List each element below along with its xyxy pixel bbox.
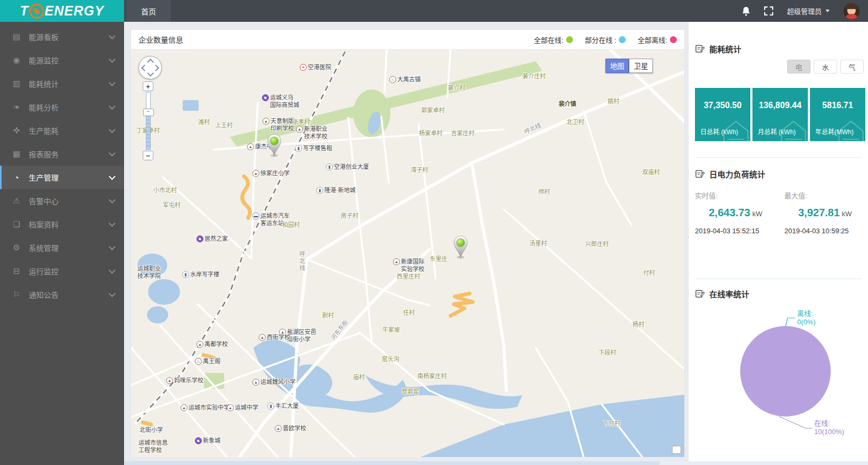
map-label: ⌂禹王阁 [195,358,220,365]
map-label: 北街小学 [140,427,163,434]
app-window: T ENERGY 首页 超级管理员 ▤能源看板◉能源监控▥能耗统计❧能耗分析✜生… [0,0,868,465]
logo-text-suffix: ENERGY [45,3,104,19]
horizontal-scrollbar[interactable] [124,461,868,465]
energy-tab-0[interactable]: 电 [787,60,810,74]
chevron-down-icon [109,290,116,297]
divider [695,279,862,279]
sidebar-item-8[interactable]: ❏档案资料 [0,213,124,236]
map-label: ▮写字楼售租 [295,145,332,152]
sidebar-item-0[interactable]: ▤能源看板 [0,25,124,48]
sidebar-item-9[interactable]: ⚙系统管理 [0,236,124,259]
map-label-text: 运城义乌 国际商贸城 [270,94,299,109]
map-label-text: 师村 [538,189,550,196]
map-label: ⌂大禹古镇 [389,76,421,84]
map-type-map-button[interactable]: 地图 [605,59,629,73]
map-label-text: 兴郎庄村 [585,241,609,248]
map-label-text: 盐湖区安邑 南街小学 [287,329,316,344]
pan-up-icon[interactable] [147,59,154,66]
building-watermark-icon [779,118,808,141]
zoom-track[interactable]: − [146,92,151,150]
sidebar-item-1[interactable]: ◉能源监控 [0,48,124,72]
map-label: 兴郎庄村 [585,241,609,248]
pie-slice-online [740,326,831,417]
sidebar-item-3[interactable]: ❧能耗分析 [0,95,124,119]
user-menu[interactable]: 超级管理员 [787,6,830,16]
zoom-out-button[interactable]: − [143,151,153,160]
zoom-handle[interactable]: − [143,109,154,116]
energy-tab-2[interactable]: 气 [840,60,864,74]
daily-load-title: 日电力负荷统计 [695,168,864,180]
map-label-text: 庙村 [353,374,365,381]
map-label-text: 禹都学校 [204,341,228,348]
scrollbar-thumb[interactable] [124,461,660,465]
map-canvas[interactable]: +空港医院⌂大禹古镇裴介庄村裴介村姚村裴介镇北卫村郭家卓村▪运城义乌 国际商贸城… [131,50,684,457]
tab-home[interactable]: 首页 [126,0,171,22]
sidebar-item-11[interactable]: ⚐通知公告 [0,283,124,306]
megaphone-icon: ⚐ [11,290,22,299]
map-label: ▴运城魏风小学 [252,379,296,386]
online-rate-section: 在线率统计 离线: 0(0%) 在线: 10(100%) [695,288,864,442]
chevron-down-icon [109,103,116,110]
school-icon: ▴ [181,404,187,411]
map-label: 房子村 [341,213,358,220]
notification-bell-icon[interactable] [742,6,750,16]
map-card-title: 企业数量信息 [138,34,183,45]
map-label-text: 尉村 [322,312,334,320]
map-label: 姚村 [608,98,619,105]
sidebar-item-7[interactable]: ⚠告警中心 [0,189,124,213]
map-label-text: 裴介镇 [559,101,576,108]
sidebar-item-10[interactable]: ⊟运行监控 [0,259,124,283]
map-label-text: 柏园村 [282,222,300,229]
map-label-text: 徐家庄小学 [260,170,290,177]
pan-right-icon[interactable] [152,64,159,71]
map-label: 庙村 [353,374,365,381]
server-icon: ⊟ [11,266,22,276]
map-label: 湾子村 [411,167,428,174]
map-label-text: 晋欧学校 [283,425,306,433]
pan-down-icon[interactable] [147,70,154,77]
map-scale-widget[interactable] [672,446,681,454]
map-label-text: 隆港·新地城 [324,187,356,194]
online-callout-label: 在线: [814,419,830,427]
map-label-text: 运城中学 [235,404,258,412]
map-zoom-slider: + − − [142,81,154,160]
map-label: ▪新象城 [195,437,220,445]
energy-tab-1[interactable]: 水 [814,60,837,74]
map-type-satellite-button[interactable]: 卫星 [629,59,653,73]
pan-left-icon[interactable] [141,64,148,71]
energy-card-value: 136,809.44 [752,101,808,110]
realtime-value-row: 2,643.73kW [695,207,784,219]
map-label-text: 裴介村 [448,85,465,92]
school-icon: ▴ [227,404,234,411]
logo-text-prefix: T [20,3,29,19]
sidebar-item-4[interactable]: ✜生产能耗 [0,119,124,142]
map-pan-control[interactable] [138,56,162,79]
chevron-down-icon [109,243,116,250]
fullscreen-icon[interactable] [764,6,773,15]
map-marker-pin[interactable] [266,134,282,159]
offline-callout-value: 0(0%) [797,318,816,326]
building-icon: ▮ [295,145,302,152]
alarm-bell-icon: ⚠ [11,196,22,206]
map-label-text: 禹王阁 [203,358,220,365]
energy-cards-row: 37,350.50日总耗 (kWh)136,809.44月总耗 (kWh)581… [695,88,864,141]
sidebar-item-2[interactable]: ▥能耗统计 [0,72,124,95]
sidebar-item-label: 生产管理 [29,172,110,183]
max-value: 3,927.81 [798,207,840,218]
sidebar-item-6[interactable]: ◔生产管理 [0,166,124,189]
map-marker-pin[interactable] [453,235,469,261]
avatar[interactable] [844,3,859,19]
zoom-in-button[interactable]: + [143,81,153,91]
map-label-text: 裴介庄村 [522,73,546,80]
shop-icon: ▪ [262,94,269,101]
hospital-icon: + [300,64,307,71]
chevron-down-icon [109,220,116,227]
user-name: 超级管理员 [787,6,822,16]
chevron-down-icon [109,32,116,39]
map-label-text: 运城魏风小学 [260,379,296,386]
map-label-text: 付村 [643,270,655,277]
target-icon: ✜ [11,126,22,135]
sidebar-item-5[interactable]: ▦报表服务 [0,142,124,166]
school-icon: ▴ [275,425,282,432]
leaf-icon: ❧ [11,102,22,112]
